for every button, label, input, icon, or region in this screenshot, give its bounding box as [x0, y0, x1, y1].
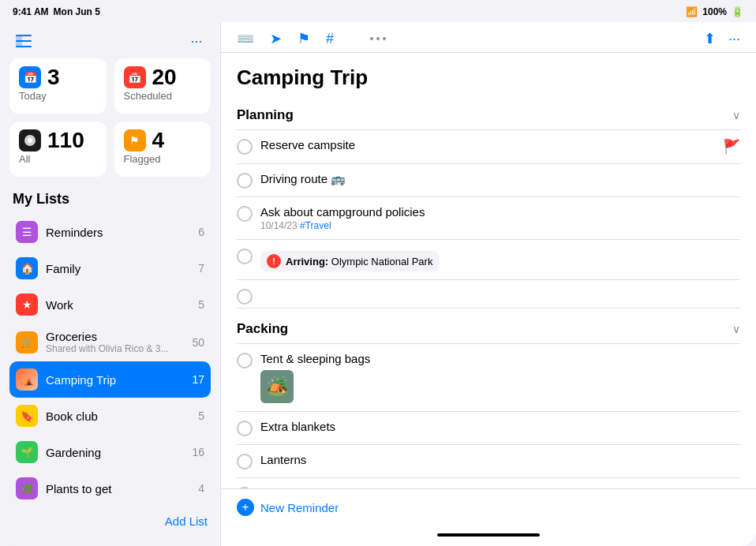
- arriving-alert-icon: !: [267, 254, 281, 268]
- list-item[interactable]: 🌱 Gardening 16: [9, 434, 211, 470]
- arriving-place: Olympic National Park: [331, 256, 433, 267]
- reminder-row-arriving: ! Arriving: Olympic National Park: [237, 240, 740, 280]
- new-reminder-label: New Reminder: [260, 501, 339, 514]
- reminder-row-policies: Ask about campground policies 10/14/23 #…: [237, 197, 740, 240]
- detail-toolbar: ⌨️ ➤ ⚑ # ⬆ ···: [221, 22, 756, 53]
- empty-row: [237, 280, 740, 309]
- svg-rect-3: [16, 46, 32, 47]
- more-icon[interactable]: ···: [728, 31, 740, 47]
- reminders-label: Reminders: [46, 226, 190, 239]
- reminder-text-campsite: Reserve campsite: [260, 138, 715, 151]
- list-item[interactable]: 🔖 Book club 5: [9, 398, 211, 434]
- svg-rect-2: [16, 40, 32, 42]
- section-header-packing[interactable]: Packing ∨: [237, 315, 740, 344]
- reminder-text-arriving: ! Arriving: Olympic National Park: [260, 248, 740, 271]
- policies-tag[interactable]: #Travel: [300, 220, 331, 231]
- add-list-button[interactable]: Add List: [165, 514, 208, 528]
- camping-icon: ⛺: [16, 368, 38, 391]
- share-icon[interactable]: ⬆: [704, 30, 716, 47]
- reminder-circle-policies[interactable]: [237, 206, 253, 222]
- groceries-count: 50: [192, 336, 204, 349]
- new-reminder-row[interactable]: + New Reminder: [221, 488, 756, 525]
- list-item[interactable]: ☰ Reminders 6: [9, 214, 211, 250]
- all-label: All: [19, 153, 97, 165]
- tag-icon[interactable]: #: [326, 31, 334, 47]
- battery-icon: 🔋: [732, 6, 743, 17]
- lanterns-title: Lanterns: [260, 453, 740, 466]
- groceries-sub: Shared with Olivia Rico & 3...: [46, 343, 184, 354]
- reminder-circle-lanterns[interactable]: [237, 454, 253, 469]
- all-icon: [19, 129, 41, 151]
- smart-card-flagged[interactable]: ⚑ 4 Flagged: [114, 122, 211, 177]
- main-content: ··· 📅 3 Today 📅 20: [0, 22, 756, 546]
- wifi-icon: 📶: [686, 6, 698, 17]
- list-item[interactable]: 🏠 Family 7: [9, 250, 211, 286]
- reminder-circle-arriving[interactable]: [237, 249, 253, 264]
- driving-title: Driving route 🚌: [260, 172, 740, 186]
- section-title-packing: Packing: [237, 321, 288, 337]
- add-list-row: Add List: [9, 507, 211, 534]
- policies-date: 10/14/23: [260, 220, 298, 231]
- reminder-text-blankets: Extra blankets: [260, 420, 740, 433]
- smart-card-all[interactable]: 110 All: [9, 122, 107, 177]
- smart-card-scheduled[interactable]: 📅 20 Scheduled: [114, 58, 211, 114]
- arriving-label: Arriving: Olympic National Park: [286, 256, 432, 267]
- family-icon: 🏠: [16, 257, 38, 279]
- detail-title: Camping Trip: [237, 65, 740, 90]
- bookclub-count: 5: [198, 410, 204, 422]
- arriving-bold: Arriving:: [286, 256, 328, 267]
- empty-circle[interactable]: [237, 289, 253, 305]
- packing-chevron-icon: ∨: [732, 323, 740, 335]
- section-title-planning: Planning: [237, 107, 294, 123]
- status-date: Mon Jun 5: [54, 6, 100, 17]
- work-count: 5: [198, 298, 204, 311]
- reminder-circle-blankets[interactable]: [237, 421, 253, 436]
- list-item[interactable]: ★ Work 5: [9, 286, 211, 323]
- smart-card-today[interactable]: 📅 3 Today: [9, 58, 107, 114]
- camping-label: Camping Trip: [46, 373, 184, 387]
- plants-label: Plants to get: [46, 482, 190, 496]
- reminder-row-lanterns: Lanterns: [237, 445, 740, 478]
- tent-title: Tent & sleeping bags: [260, 352, 740, 365]
- dots-center-decor: [370, 37, 386, 40]
- reminder-row-blankets: Extra blankets: [237, 412, 740, 445]
- section-header-planning[interactable]: Planning ∨: [237, 101, 740, 130]
- reminder-circle-tent[interactable]: [237, 353, 253, 368]
- planning-chevron-icon: ∨: [732, 109, 740, 122]
- campsite-title: Reserve campsite: [260, 138, 715, 151]
- reminder-row-food: Food and water: [237, 478, 740, 488]
- sidebar-more-button[interactable]: ···: [185, 30, 208, 52]
- flagged-label: Flagged: [124, 153, 202, 165]
- list-item-camping[interactable]: ⛺ Camping Trip 17: [9, 361, 211, 398]
- location-icon[interactable]: ➤: [270, 30, 282, 47]
- bookclub-label: Book club: [46, 410, 190, 423]
- scheduled-count: 20: [152, 66, 177, 88]
- sidebar-toggle-button[interactable]: [13, 30, 35, 52]
- home-bar: [221, 525, 756, 546]
- list-item[interactable]: 🌿 Plants to get 4: [9, 470, 211, 507]
- reminder-row-driving: Driving route 🚌: [237, 164, 740, 197]
- status-bar: 9:41 AM Mon Jun 5 📶 100% 🔋: [0, 0, 756, 22]
- keyboard-icon[interactable]: ⌨️: [237, 30, 254, 47]
- gardening-count: 16: [192, 446, 204, 458]
- plants-count: 4: [198, 482, 204, 495]
- reminder-circle-campsite[interactable]: [237, 139, 253, 155]
- list-item[interactable]: 🛒 Groceries Shared with Olivia Rico & 3.…: [9, 323, 211, 361]
- reminders-count: 6: [198, 226, 204, 238]
- reminder-text-driving: Driving route 🚌: [260, 172, 740, 186]
- policies-sub: 10/14/23 #Travel: [260, 220, 740, 231]
- scheduled-label: Scheduled: [124, 90, 202, 102]
- groceries-label: Groceries: [46, 330, 184, 343]
- work-label: Work: [46, 298, 190, 312]
- today-icon: 📅: [19, 66, 41, 88]
- sidebar: ··· 📅 3 Today 📅 20: [0, 22, 221, 546]
- today-label: Today: [19, 90, 97, 102]
- flag-toolbar-icon[interactable]: ⚑: [298, 30, 310, 47]
- svg-rect-1: [16, 35, 32, 36]
- plants-icon: 🌿: [16, 477, 38, 499]
- reminder-circle-driving[interactable]: [237, 173, 253, 189]
- all-count: 110: [47, 129, 84, 151]
- reminders-icon: ☰: [16, 221, 38, 243]
- policies-title: Ask about campground policies: [260, 205, 740, 219]
- flagged-count: 4: [152, 129, 165, 151]
